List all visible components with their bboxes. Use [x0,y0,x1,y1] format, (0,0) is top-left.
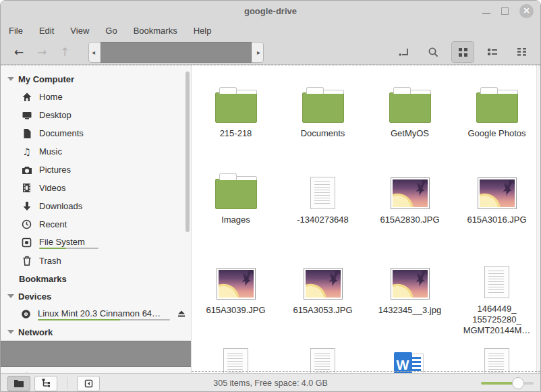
expander-icon [7,77,14,81]
zoom-slider-handle[interactable] [512,377,524,389]
sidebar-item-file-system[interactable]: File System [1,233,191,252]
sidebar-item-recent[interactable]: Recent [1,215,191,233]
photo-thumbnail [478,177,517,209]
document-icon [21,128,32,139]
disk-usage-bar [39,248,98,249]
menu-go[interactable]: Go [105,26,117,36]
sidebar-item-documents[interactable]: Documents [1,124,191,142]
status-text: 305 items, Free space: 4.0 GB [1,379,540,388]
sidebar-item-network[interactable]: Network [1,368,191,373]
file-folder[interactable]: GetMyOS [366,78,453,165]
path-scroll-left-icon[interactable]: ◂ [92,49,95,56]
sidebar-item-trash[interactable]: Trash [1,252,191,270]
close-button[interactable]: ✕ [519,4,534,18]
photo-thumbnail [391,177,430,209]
zoom-slider[interactable] [481,377,534,389]
file-view[interactable]: 215-218 Documents GetMyOS Google Photos [192,65,540,373]
drive-icon [21,237,32,248]
sidebar-item-desktop[interactable]: Desktop [1,106,191,124]
file-text[interactable] [192,336,279,373]
sidebar: My Computer Home Desktop Documents ♫ Mus… [1,65,192,373]
photo-thumbnail [304,268,343,300]
sidebar-section-devices[interactable]: Devices [1,287,191,305]
main-scrollbar[interactable] [536,65,540,373]
text-file-icon [484,348,509,373]
menu-view[interactable]: View [70,26,89,36]
file-text[interactable] [279,336,366,373]
folder-icon [215,179,257,209]
text-file-icon [310,348,335,373]
window-title: google-drive [1,6,540,16]
menu-bookmarks[interactable]: Bookmarks [134,26,177,36]
file-word-document[interactable]: W [366,336,453,373]
sidebar-item-pictures[interactable]: Pictures [1,161,191,179]
file-image[interactable]: 615A3039.JPG [192,255,279,336]
trash-icon [21,256,32,266]
search-icon[interactable] [422,41,445,63]
folder-icon [476,92,518,123]
file-folder[interactable]: Images [192,165,279,255]
sidebar-section-bookmarks[interactable]: Bookmarks [1,270,191,287]
redaction-sidebar-item [1,341,192,367]
sidebar-item-music[interactable]: ♫ Music [1,142,191,161]
path-scroll-right-icon[interactable]: ▸ [257,49,260,56]
music-note-icon: ♫ [21,146,32,157]
folder-icon [389,92,431,123]
file-folder[interactable]: Google Photos [453,78,540,165]
sidebar-item-videos[interactable]: Videos [1,179,191,197]
word-document-icon: W [394,351,426,373]
compact-view-button[interactable] [511,41,534,63]
sidebar-section-my-computer[interactable]: My Computer [1,70,191,88]
file-text[interactable]: -1340273648 [279,165,366,255]
minimize-button[interactable] [482,13,490,14]
file-manager-window: google-drive ✕ File Edit View Go Bookmar… [0,0,541,392]
film-icon [21,183,32,193]
toolbar: ← → ↑ ◂ ▸ [1,40,540,65]
file-text[interactable] [453,336,540,373]
zoom-slider-track [481,382,534,385]
photo-thumbnail [391,268,430,300]
file-image[interactable]: 615A3016.JPG [453,165,540,255]
file-image[interactable]: 615A3053.JPG [279,255,366,336]
file-folder[interactable]: 215-218 [192,78,279,165]
folder-icon [215,92,257,123]
sidebar-item-linux-mint-volume[interactable]: Linux Mint 20.3 Cinnamon 64… [1,305,191,323]
sidebar-scrollbar[interactable] [186,72,190,232]
desktop-icon [21,110,32,121]
disc-icon [21,309,31,319]
scroll-undershoot-top [1,65,540,65]
sidebar-item-home[interactable]: Home [1,88,191,106]
forward-button[interactable]: → [30,47,53,58]
home-icon [21,92,32,103]
maximize-button[interactable] [501,7,509,15]
location-entry-icon[interactable] [392,41,415,63]
text-file-icon [484,266,509,298]
menu-help[interactable]: Help [194,26,212,36]
eject-icon[interactable] [177,309,186,320]
grid-view-button[interactable] [451,41,474,63]
file-image[interactable]: 1432345__3.jpg [366,255,453,336]
file-image[interactable]: 615A2830.JPG [366,165,453,255]
photo-thumbnail [217,268,256,300]
titlebar[interactable]: google-drive ✕ [1,1,540,21]
file-text[interactable]: 1464449_ 155725280_ MGMT20144M… [453,255,540,336]
expander-icon [7,330,14,334]
statusbar: 305 items, Free space: 4.0 GB [1,373,540,392]
text-file-icon [223,348,248,373]
sidebar-section-network[interactable]: Network [1,323,191,341]
back-button[interactable]: ← [7,47,30,58]
menu-file[interactable]: File [9,26,23,36]
redaction-path [101,42,252,63]
list-view-button[interactable] [481,41,504,63]
down-arrow-icon [21,201,32,211]
text-file-icon [310,177,335,209]
expander-icon [7,294,14,298]
up-button[interactable]: ↑ [53,47,76,58]
file-folder[interactable]: Documents [279,78,366,165]
path-bar[interactable]: ◂ ▸ [88,42,264,63]
folder-icon [302,92,344,123]
clock-icon [21,219,32,229]
menu-edit[interactable]: Edit [39,26,54,36]
scroll-undershoot-bottom [192,371,540,372]
sidebar-item-downloads[interactable]: Downloads [1,197,191,215]
